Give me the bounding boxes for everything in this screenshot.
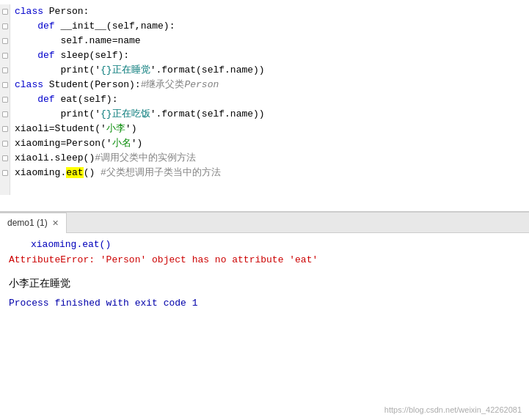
code-line-11: xiaoli.sleep()#调用父类中的实例方法 [0, 151, 529, 166]
code-editor: class Person: def __init__(self,name): s… [0, 0, 529, 213]
line-7-text: def eat(self): [10, 92, 529, 107]
code-line-1: class Person: [0, 4, 529, 19]
code-line-8: print('{}正在吃饭'.format(self.name)) [0, 107, 529, 122]
gutter-13 [0, 180, 10, 195]
console-command: xiaoming.eat() [9, 239, 520, 250]
line-2-text: def __init__(self,name): [10, 19, 529, 34]
code-line-3: self.name=name [0, 34, 529, 48]
code-line-5: print('{}正在睡觉'.format(self.name)) [0, 63, 529, 78]
line-13-text [10, 180, 529, 195]
gutter-9 [0, 122, 10, 136]
line-9-text: xiaoli=Student('小李') [10, 122, 529, 136]
line-11-text: xiaoli.sleep()#调用父类中的实例方法 [10, 151, 529, 166]
code-line-6: class Student(Person):#继承父类Person [0, 78, 529, 92]
gutter-4 [0, 48, 10, 63]
console-tab-label: demo1 (1) [7, 218, 48, 228]
line-4-text: def sleep(self): [10, 48, 529, 63]
line-10-text: xiaoming=Person('小名') [10, 136, 529, 151]
code-line-10: xiaoming=Person('小名') [0, 136, 529, 151]
gutter-2 [0, 19, 10, 34]
line-12-text: xiaoming.eat() #父类想调用子类当中的方法 [10, 166, 529, 180]
console-tab-close[interactable]: ✕ [52, 218, 59, 228]
console-error: AttributeError: 'Person' object has no a… [9, 254, 520, 265]
line-8-text: print('{}正在吃饭'.format(self.name)) [10, 107, 529, 122]
gutter-7 [0, 92, 10, 107]
console-content: xiaoming.eat() AttributeError: 'Person' … [0, 233, 529, 420]
gutter-11 [0, 151, 10, 166]
console-tab-demo1[interactable]: demo1 (1) ✕ [0, 213, 67, 233]
gutter-1 [0, 4, 10, 19]
gutter-6 [0, 78, 10, 92]
console-area: demo1 (1) ✕ xiaoming.eat() AttributeErro… [0, 213, 529, 420]
gutter-8 [0, 107, 10, 122]
console-tab-bar: demo1 (1) ✕ [0, 213, 529, 233]
line-6-text: class Student(Person):#继承父类Person [10, 78, 529, 92]
gutter-5 [0, 63, 10, 78]
code-line-12: xiaoming.eat() #父类想调用子类当中的方法 [0, 166, 529, 180]
watermark: https://blog.csdn.net/weixin_42262081 [384, 405, 522, 414]
line-3-text: self.name=name [10, 34, 529, 48]
line-1-text: class Person: [10, 4, 529, 19]
line-5-text: print('{}正在睡觉'.format(self.name)) [10, 63, 529, 78]
code-line-13 [0, 180, 529, 195]
console-finished: Process finished with exit code 1 [9, 298, 520, 309]
code-lines: class Person: def __init__(self,name): s… [0, 4, 529, 195]
gutter-10 [0, 136, 10, 151]
console-output: 小李正在睡觉 [9, 277, 520, 290]
code-line-2: def __init__(self,name): [0, 19, 529, 34]
code-line-7: def eat(self): [0, 92, 529, 107]
gutter-12 [0, 166, 10, 180]
code-line-9: xiaoli=Student('小李') [0, 122, 529, 136]
gutter-3 [0, 34, 10, 48]
code-line-4: def sleep(self): [0, 48, 529, 63]
